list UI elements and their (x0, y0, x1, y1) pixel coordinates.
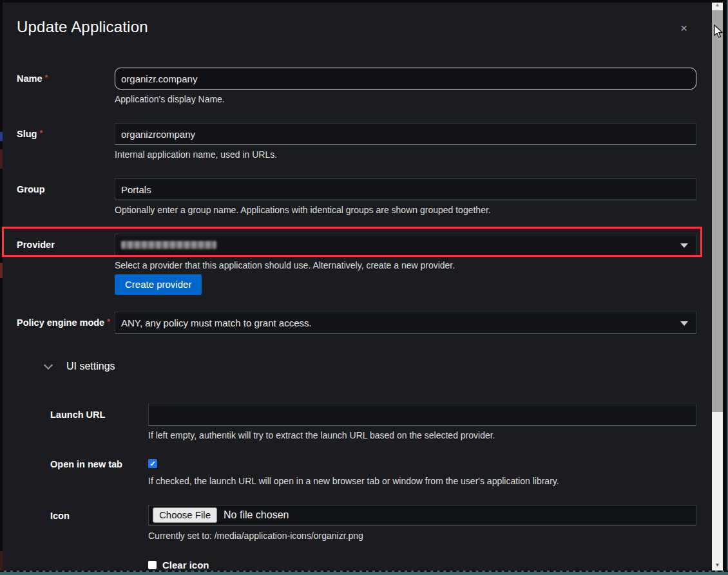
scroll-down-arrow-icon[interactable]: ▼ (712, 560, 723, 570)
slug-input[interactable] (115, 123, 696, 145)
update-application-modal: Update Application × Name* Application's… (3, 3, 712, 570)
required-marker: * (39, 129, 43, 138)
icon-label: Icon (50, 505, 148, 570)
icon-help: Currently set to: /media/application-ico… (148, 531, 696, 541)
provider-help: Select a provider that this application … (115, 261, 696, 270)
group-label: Group (17, 178, 115, 215)
policy-engine-mode-row: Policy engine mode* ANY, any policy must… (17, 312, 696, 334)
screenshot-top-edge (0, 0, 728, 3)
clear-icon-checkbox[interactable] (148, 561, 157, 569)
application-form: Name* Application's display Name. Slug* … (17, 68, 696, 570)
background-page-artifact (0, 551, 3, 570)
ui-settings-title: UI settings (66, 361, 115, 372)
policy-engine-mode-label: Policy engine mode* (17, 312, 115, 334)
launch-url-label: Launch URL (50, 404, 148, 440)
name-row: Name* Application's display Name. (17, 68, 696, 104)
clear-icon-row: Clear icon (148, 560, 696, 570)
group-row: Group Optionally enter a group name. App… (17, 178, 696, 215)
slug-label: Slug* (17, 123, 115, 160)
chevron-down-icon[interactable] (44, 361, 53, 370)
scrollbar-thumb[interactable] (712, 10, 723, 412)
launch-url-row: Launch URL If left empty, authentik will… (50, 404, 696, 440)
screenshot-left-edge (0, 0, 3, 575)
group-input[interactable] (115, 178, 696, 200)
checkmark-icon: ✓ (149, 460, 155, 468)
open-in-new-tab-help: If checked, the launch URL will open in … (148, 476, 696, 486)
screenshot-bottom-edge (0, 570, 728, 575)
slug-row: Slug* Internal application name, used in… (17, 123, 696, 160)
modal-title: Update Application (17, 18, 696, 36)
icon-file-input[interactable]: Choose File No file chosen (148, 505, 696, 525)
slug-help: Internal application name, used in URLs. (115, 150, 696, 160)
name-label: Name* (17, 68, 115, 104)
name-help: Application's display Name. (115, 95, 696, 104)
policy-engine-mode-select[interactable]: ANY, any policy must match to grant acce… (115, 312, 696, 334)
name-input[interactable] (115, 68, 696, 90)
close-icon[interactable]: × (680, 22, 687, 34)
provider-value-redacted (121, 241, 216, 249)
file-chosen-status: No file chosen (224, 509, 289, 521)
open-in-new-tab-checkbox[interactable]: ✓ (148, 459, 157, 468)
scrollbar[interactable]: ▲ ▼ (712, 0, 723, 570)
create-provider-button[interactable]: Create provider (115, 274, 202, 295)
modal-header: Update Application × (17, 18, 696, 36)
provider-select[interactable] (115, 234, 696, 256)
caret-down-icon (680, 321, 688, 326)
required-marker: * (107, 317, 110, 326)
required-marker: * (45, 73, 48, 82)
launch-url-input[interactable] (148, 404, 696, 426)
group-help: Optionally enter a group name. Applicati… (115, 205, 696, 215)
policy-engine-mode-value: ANY, any policy must match to grant acce… (121, 317, 312, 328)
background-page-artifact (0, 149, 3, 169)
background-page-artifact (0, 132, 3, 141)
clear-icon-label: Clear icon (162, 560, 209, 570)
open-in-new-tab-label: Open in new tab (50, 459, 148, 486)
screenshot-stage: Update Application × Name* Application's… (0, 0, 728, 575)
background-page-artifact (0, 263, 3, 278)
icon-row: Icon Choose File No file chosen Currentl… (50, 505, 696, 570)
ui-settings-section-header: UI settings (17, 361, 696, 372)
provider-label: Provider (17, 234, 115, 295)
launch-url-help: If left empty, authentik will try to ext… (148, 431, 696, 440)
choose-file-button[interactable]: Choose File (153, 507, 217, 523)
caret-down-icon (680, 243, 688, 248)
open-in-new-tab-row: Open in new tab ✓ If checked, the launch… (50, 459, 696, 486)
provider-row: Provider Select a provider that this app… (17, 234, 696, 295)
screenshot-right-edge (723, 0, 728, 575)
